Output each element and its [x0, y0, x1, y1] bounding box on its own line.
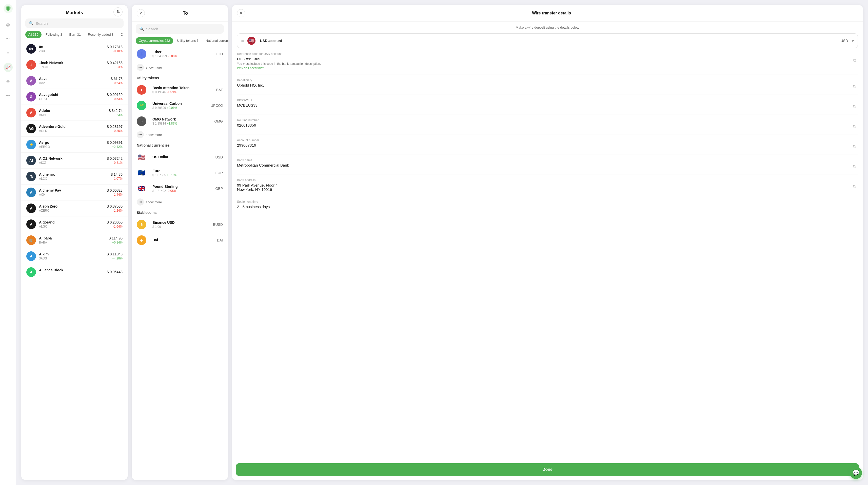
- markets-asset-row[interactable]: 1 1inch Network 1INCH $ 0.42158 -3%: [21, 57, 128, 73]
- to-asset-dai[interactable]: ◈ Dai DAI: [132, 232, 228, 248]
- bat-name: Basic Attention Token: [152, 86, 216, 90]
- markets-asset-row[interactable]: A Alchemy Pay ACH $ 0.00823 -1.44%: [21, 185, 128, 200]
- asset-info-1: 1inch Network 1INCH: [39, 61, 107, 69]
- gbp-info: Pound Sterling $ 1.21402 -0.05%: [152, 185, 215, 193]
- filter-tab-c[interactable]: C: [118, 31, 126, 38]
- copy-bank-name-button[interactable]: ⧉: [851, 163, 858, 170]
- filter-tab-earn[interactable]: Earn 31: [66, 31, 84, 38]
- copy-account-number-button[interactable]: ⧉: [851, 143, 858, 150]
- why-link[interactable]: Why do I need this?: [237, 66, 264, 70]
- to-filter-utility[interactable]: Utility tokens 6: [174, 37, 202, 44]
- asset-price-col-8: $ 14.86 -1.07%: [111, 172, 123, 181]
- sidebar-portfolio-icon[interactable]: 〜: [4, 34, 13, 43]
- asset-change-11: -1.64%: [107, 225, 123, 228]
- markets-asset-row[interactable]: 0x 0x ZRX $ 0.17318 -0.18%: [21, 41, 128, 57]
- sidebar-activity-icon[interactable]: ◎: [4, 20, 13, 29]
- asset-symbol-9: ACH: [39, 193, 107, 196]
- markets-asset-row[interactable]: A Aleph Zero AZERO $ 0.87530 -1.24%: [21, 200, 128, 217]
- to-filter-national[interactable]: National currencies 26: [203, 37, 228, 44]
- filter-tab-following[interactable]: Following 3: [42, 31, 65, 38]
- markets-asset-row[interactable]: A Algorand ALGO $ 0.20060 -1.64%: [21, 217, 128, 232]
- to-asset-usd[interactable]: 🇺🇸 US Dollar USD: [132, 149, 228, 165]
- sidebar-more-icon[interactable]: •••: [4, 91, 13, 100]
- asset-price-col-7: $ 0.03242 -0.81%: [107, 156, 123, 165]
- to-asset-upco2[interactable]: 🌱 Universal Carbon $ 9.39899 +0.01% UPCO…: [132, 98, 228, 114]
- copy-reference-button[interactable]: ⧉: [851, 57, 858, 64]
- filter-tab-recently-added[interactable]: Recently added 8: [85, 31, 117, 38]
- copy-bank-address-button[interactable]: ⧉: [851, 183, 858, 190]
- markets-asset-row[interactable]: A Alkimi $ADS $ 0.11343 +4.28%: [21, 248, 128, 264]
- markets-asset-row[interactable]: AI AIOZ Network AIOZ $ 0.03242 -0.81%: [21, 153, 128, 169]
- to-asset-omg[interactable]: ○ OMG Network $ 1.15814 +1.87% OMG: [132, 114, 228, 129]
- to-asset-eur[interactable]: 🇪🇺 Euro $ 1.07535 +0.18% EUR: [132, 165, 228, 181]
- to-asset-bat[interactable]: ▲ Basic Attention Token $ 0.19646 -1.59%…: [132, 82, 228, 98]
- copy-routing-button[interactable]: ⧉: [851, 123, 858, 130]
- upco2-code: UPCO2: [211, 103, 223, 107]
- asset-avatar-14: A: [26, 267, 36, 277]
- asset-info-12: Alibaba BABA: [39, 236, 109, 244]
- markets-asset-row[interactable]: A Aave AAVE $ 61.73 -0.64%: [21, 73, 128, 89]
- asset-avatar-11: A: [26, 220, 36, 229]
- eur-name: Euro: [152, 169, 215, 173]
- asset-symbol-14: ...: [39, 272, 107, 276]
- dai-code: DAI: [217, 238, 223, 242]
- sidebar-plus-icon[interactable]: ⊕: [4, 77, 13, 86]
- markets-asset-row[interactable]: ⚡ Aergo AERGO $ 0.09891 +2.42%: [21, 137, 128, 153]
- sidebar-list-icon[interactable]: ≡: [4, 48, 13, 58]
- wire-transfer-header: ✕ Wire transfer details: [232, 5, 863, 22]
- asset-avatar-4: A: [26, 108, 36, 118]
- done-button[interactable]: Done: [236, 463, 859, 476]
- to-asset-ether[interactable]: Ξ Ether $ 1,340.59 -0.08% ETH: [132, 46, 228, 62]
- dai-name: Dai: [152, 238, 217, 242]
- asset-price-13: $ 0.11343: [107, 252, 123, 256]
- bank-name-field: Bank name Metropolitan Commercial Bank ⧉: [237, 158, 858, 174]
- to-asset-list: Ξ Ether $ 1,340.59 -0.08% ETH ••• show m…: [132, 46, 228, 480]
- collapse-button[interactable]: ∨: [137, 9, 145, 17]
- sort-button[interactable]: ⇅: [114, 7, 123, 17]
- show-more-utility[interactable]: ••• show more: [132, 129, 228, 140]
- markets-panel: Markets ⇅ 🔍 All 330 Following 3 Earn 31 …: [21, 5, 128, 480]
- copy-beneficiary-button[interactable]: ⧉: [851, 83, 858, 90]
- wire-transfer-panel: ✕ Wire transfer details Make a wire depo…: [232, 5, 863, 480]
- asset-price-col-2: $ 61.73 -0.64%: [111, 77, 123, 85]
- asset-name-9: Alchemy Pay: [39, 188, 107, 192]
- show-more-crypto[interactable]: ••• show more: [132, 62, 228, 73]
- usd-name: US Dollar: [152, 155, 215, 159]
- filter-tab-all[interactable]: All 330: [25, 31, 41, 38]
- markets-header: Markets ⇅: [21, 5, 128, 19]
- show-more-national[interactable]: ••• show more: [132, 196, 228, 207]
- to-asset-busd[interactable]: ₿ Binance USD $ 1.00 BUSD: [132, 217, 228, 232]
- bic-swift-label: BIC/SWIFT: [237, 98, 858, 102]
- sidebar-chart-icon[interactable]: 📈: [4, 63, 13, 72]
- markets-asset-row[interactable]: A Adobe ADBE $ 342.74 +1.23%: [21, 105, 128, 121]
- bat-code: BAT: [216, 88, 223, 92]
- show-more-dots-icon: •••: [137, 64, 144, 71]
- asset-symbol-11: ALGO: [39, 225, 107, 228]
- to-asset-gbp[interactable]: 🇬🇧 Pound Sterling $ 1.21402 -0.05% GBP: [132, 181, 228, 196]
- markets-asset-row[interactable]: 🛒 Alibaba BABA $ 114.96 +0.14%: [21, 232, 128, 248]
- markets-asset-row[interactable]: A Alliance Block ... $ 0.05443: [21, 264, 128, 280]
- chat-button[interactable]: 💬: [850, 467, 862, 479]
- account-selector[interactable]: To 🇺🇸 USD account USD ∨: [237, 33, 858, 48]
- omg-name: OMG Network: [152, 117, 214, 121]
- asset-price-14: $ 0.05443: [107, 270, 123, 274]
- sidebar: ◎ 〜 ≡ 📈 ⊕ •••: [0, 0, 16, 485]
- markets-search-input[interactable]: [36, 21, 120, 26]
- markets-search-bar: 🔍: [25, 19, 124, 28]
- ether-code: ETH: [216, 52, 223, 56]
- dai-avatar: ◈: [137, 235, 146, 245]
- markets-asset-row[interactable]: G Aavegotchi GHST $ 0.99159 -0.53%: [21, 89, 128, 105]
- close-button[interactable]: ✕: [237, 9, 245, 17]
- asset-symbol-1: 1INCH: [39, 65, 107, 69]
- to-search-input[interactable]: [146, 27, 220, 31]
- asset-symbol-4: ADBE: [39, 113, 109, 117]
- asset-symbol-8: ALCX: [39, 177, 111, 181]
- markets-asset-row[interactable]: AG Adventure Gold AGLD $ 0.28197 -0.35%: [21, 121, 128, 137]
- bic-swift-row: MCBEUS33 ⧉: [237, 103, 858, 110]
- asset-price-col-10: $ 0.87530 -1.24%: [107, 204, 123, 213]
- copy-bic-button[interactable]: ⧉: [851, 103, 858, 110]
- logo-icon[interactable]: [4, 4, 13, 13]
- markets-asset-row[interactable]: ⚗ Alchemix ALCX $ 14.86 -1.07%: [21, 169, 128, 185]
- asset-price-col-6: $ 0.09891 +2.42%: [107, 140, 123, 149]
- to-filter-crypto[interactable]: Cryptocurrencies 222: [136, 37, 173, 44]
